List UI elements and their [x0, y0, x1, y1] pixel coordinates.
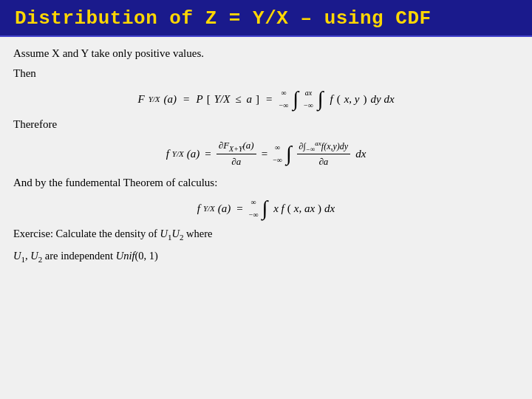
title-bar: Distribution of Z = Y/X – using CDF: [0, 0, 532, 37]
slide-title: Distribution of Z = Y/X – using CDF: [15, 7, 432, 30]
assume-line: Assume X and Y take only positive values…: [13, 46, 519, 61]
u-line: U1, U2 are independent Unif(0, 1): [13, 248, 519, 265]
then-label: Then: [13, 66, 519, 81]
calculus-label: And by the fundemental Theorem of calcul…: [13, 175, 519, 191]
cdf-equation: FY/X(a) = P[Y/X ≤ a] = ∞ −∞ ∫ ax −∞ ∫: [13, 89, 519, 109]
slide: Distribution of Z = Y/X – using CDF Assu…: [0, 0, 532, 399]
content-area: Assume X and Y take only positive values…: [0, 37, 532, 399]
result-equation: fY/X(a) = ∞ −∞ ∫ x f(x, ax)dx: [13, 198, 519, 219]
pdf-equation: fY/X(a) = ∂FX+Y(a) ∂a = ∞ −∞ ∫ ∂∫−∞axf(x…: [13, 140, 519, 168]
exercise-line: Exercise: Calculate the density of U1U2 …: [13, 226, 519, 243]
therefore-label: Therefore: [13, 117, 519, 132]
